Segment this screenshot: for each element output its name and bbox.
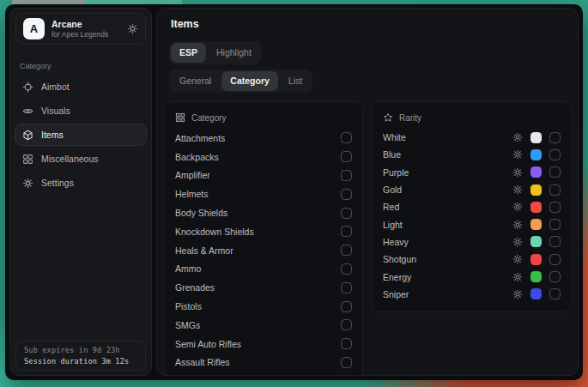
- star-icon: [383, 112, 393, 123]
- category-checkbox[interactable]: [341, 132, 352, 143]
- sidebar-item-label: Settings: [41, 178, 74, 188]
- gear-icon[interactable]: [512, 132, 523, 142]
- category-checkbox[interactable]: [341, 338, 352, 349]
- rarity-color-swatch[interactable]: [530, 288, 542, 299]
- rarity-row: Heavy: [383, 233, 561, 251]
- rarity-panel: Rarity White Blue Purple: [372, 101, 572, 312]
- rarity-row: Purple: [383, 164, 561, 181]
- category-row-label: Ammo: [175, 263, 201, 274]
- rarity-checkbox[interactable]: [549, 184, 561, 196]
- rarity-row-controls: [512, 254, 561, 265]
- rarity-color-swatch[interactable]: [530, 271, 542, 282]
- category-checkbox[interactable]: [341, 263, 352, 275]
- category-rows: Attachments Backpacks Amplifier Helmets …: [175, 129, 352, 376]
- gear-icon[interactable]: [512, 202, 523, 212]
- grid-icon: [22, 154, 33, 165]
- rarity-row-controls: [512, 184, 561, 196]
- gear-icon[interactable]: [512, 289, 523, 299]
- rarity-row-label: Gold: [383, 184, 512, 195]
- page-title: Items: [171, 18, 199, 30]
- gear-icon[interactable]: [512, 167, 523, 178]
- rarity-row-controls: [512, 271, 561, 282]
- category-panel-title: Category: [191, 113, 227, 123]
- rarity-row-controls: [512, 288, 561, 299]
- gear-icon[interactable]: [512, 149, 523, 160]
- rarity-checkbox[interactable]: [549, 219, 561, 230]
- gear-icon[interactable]: [512, 254, 523, 264]
- category-row-label: Body Shields: [175, 208, 227, 218]
- gear-icon[interactable]: [512, 272, 523, 282]
- rarity-color-swatch[interactable]: [530, 219, 542, 230]
- rarity-color-swatch[interactable]: [530, 184, 542, 196]
- category-checkbox[interactable]: [341, 170, 352, 181]
- tab-list[interactable]: List: [280, 71, 311, 91]
- category-checkbox[interactable]: [341, 282, 352, 293]
- subscription-info-box: Sub expires in 9d 23h Session duration 3…: [15, 341, 146, 371]
- gear-icon[interactable]: [512, 184, 523, 195]
- rarity-color-swatch[interactable]: [530, 254, 542, 265]
- category-row: LMGs: [175, 372, 352, 376]
- rarity-checkbox[interactable]: [549, 132, 561, 143]
- mode-toggle: ESP Highlight: [169, 41, 262, 64]
- category-row: Ammo: [175, 260, 352, 279]
- rarity-row-label: White: [383, 132, 512, 142]
- category-panel: Category Attachments Backpacks Amplifier…: [164, 101, 363, 376]
- grid-icon: [175, 112, 185, 123]
- rarity-checkbox[interactable]: [549, 202, 561, 213]
- category-checkbox[interactable]: [341, 208, 352, 219]
- category-checkbox[interactable]: [341, 357, 352, 368]
- sidebar-item-miscellaneous[interactable]: Miscellaneous: [15, 148, 147, 170]
- rarity-color-swatch[interactable]: [530, 132, 542, 143]
- category-checkbox[interactable]: [341, 226, 352, 237]
- rarity-checkbox[interactable]: [549, 166, 561, 178]
- category-checkbox[interactable]: [341, 189, 352, 200]
- sidebar-item-aimbot[interactable]: Aimbot: [15, 76, 147, 98]
- rarity-row-controls: [512, 219, 561, 230]
- tab-category[interactable]: Category: [221, 71, 278, 91]
- sidebar-item-label: Miscellaneous: [41, 154, 99, 164]
- category-row-label: Assault Rifles: [175, 357, 230, 367]
- rarity-checkbox[interactable]: [549, 288, 561, 299]
- category-checkbox[interactable]: [341, 319, 352, 330]
- tab-general[interactable]: General: [171, 71, 220, 91]
- rarity-checkbox[interactable]: [549, 236, 561, 247]
- rarity-panel-title: Rarity: [399, 113, 421, 123]
- category-row-label: Pistols: [175, 301, 202, 311]
- tab-bar: General Category List: [169, 70, 312, 93]
- gear-icon[interactable]: [512, 237, 523, 247]
- package-icon: [22, 130, 33, 141]
- rarity-color-swatch[interactable]: [530, 202, 542, 213]
- rarity-checkbox[interactable]: [549, 271, 561, 282]
- category-row-label: Backpacks: [175, 152, 219, 162]
- gear-icon[interactable]: [127, 23, 138, 34]
- rarity-row-controls: [512, 132, 561, 143]
- category-row: Pistols: [175, 297, 352, 316]
- rarity-row: White: [383, 129, 561, 146]
- category-checkbox[interactable]: [341, 245, 352, 256]
- mode-toggle-esp[interactable]: ESP: [171, 43, 206, 63]
- category-row: Body Shields: [175, 203, 352, 222]
- rarity-row-label: Red: [383, 202, 512, 212]
- category-checkbox[interactable]: [341, 151, 352, 162]
- rarity-row: Energy: [383, 268, 561, 285]
- rarity-row-controls: [512, 166, 561, 178]
- rarity-row: Blue: [383, 146, 561, 163]
- rarity-row-label: Heavy: [383, 237, 512, 247]
- category-row: Helmets: [175, 184, 352, 203]
- mode-toggle-highlight[interactable]: Highlight: [208, 43, 260, 63]
- rarity-row-label: Shotgun: [383, 254, 512, 264]
- rarity-checkbox[interactable]: [549, 254, 561, 265]
- sidebar-item-visuals[interactable]: Visuals: [15, 100, 147, 122]
- sub-expiry-text: Sub expires in 9d 23h: [24, 346, 137, 354]
- sidebar-item-settings[interactable]: Settings: [15, 172, 147, 194]
- sidebar-item-items[interactable]: Items: [15, 124, 147, 146]
- category-checkbox[interactable]: [341, 301, 352, 312]
- rarity-row-label: Purple: [383, 167, 512, 178]
- rarity-color-swatch[interactable]: [530, 149, 542, 160]
- rarity-row-label: Energy: [383, 272, 512, 282]
- rarity-row-label: Light: [383, 220, 512, 230]
- rarity-checkbox[interactable]: [549, 149, 561, 160]
- rarity-color-swatch[interactable]: [530, 166, 542, 178]
- rarity-color-swatch[interactable]: [530, 236, 542, 247]
- gear-icon[interactable]: [512, 220, 523, 230]
